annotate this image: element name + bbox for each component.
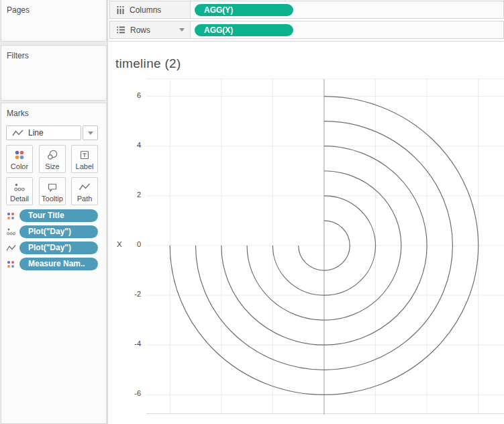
field-pill-plot-day-path[interactable]: Plot("Day"): [19, 242, 98, 254]
size-icon: [46, 149, 58, 161]
size-button[interactable]: Size: [39, 145, 66, 173]
label-icon: [79, 149, 91, 161]
field-pill-tour-title[interactable]: Tour Title: [19, 209, 98, 222]
marks-pill-row: Tour Title: [4, 209, 105, 222]
columns-shelf[interactable]: Columns AGG(Y): [109, 1, 504, 19]
field-pill-measure-names[interactable]: Measure Nam..: [19, 258, 98, 270]
tooltip-icon: [46, 181, 58, 193]
line-mark-icon: [12, 129, 23, 137]
gridlines: [146, 79, 504, 415]
columns-shelf-body[interactable]: AGG(Y): [191, 1, 503, 18]
detail-icon: [13, 181, 26, 193]
rows-icon: [116, 25, 125, 34]
path-button[interactable]: Path: [71, 177, 98, 205]
marks-pill-row: Plot("Day"): [4, 225, 105, 238]
label-button[interactable]: Label: [71, 145, 98, 173]
size-button-label: Size: [45, 162, 59, 170]
chart-pane[interactable]: [146, 78, 504, 414]
chevron-down-icon: [88, 131, 93, 135]
mark-type-dropdown[interactable]: Line: [6, 125, 81, 140]
color-icon: [4, 209, 17, 222]
columns-shelf-label: Columns: [110, 1, 191, 18]
y-tick-label: -2: [114, 290, 141, 298]
tooltip-button-label: Tooltip: [42, 195, 63, 203]
columns-shelf-text: Columns: [130, 5, 161, 15]
tableau-workspace: Pages Filters Marks Line: [0, 0, 504, 424]
filters-shelf[interactable]: Filters: [1, 45, 107, 101]
y-axis[interactable]: 6420-2-4-6: [109, 78, 142, 414]
y-axis-title[interactable]: X: [117, 240, 122, 248]
marks-pill-row: Measure Nam..: [4, 258, 105, 270]
filters-title: Filters: [1, 46, 106, 60]
y-tick-label: 2: [114, 191, 141, 199]
rows-shelf-text: Rows: [130, 25, 150, 35]
rows-shelf-label: Rows: [110, 21, 191, 38]
shelves-area: Columns AGG(Y) Rows AGG(X): [109, 0, 504, 42]
path-button-label: Path: [77, 195, 93, 203]
rows-shelf-body[interactable]: AGG(X): [191, 21, 503, 38]
rows-shelf[interactable]: Rows AGG(X): [109, 21, 504, 39]
marks-title: Marks: [1, 103, 106, 118]
field-pill-agg-y[interactable]: AGG(Y): [195, 4, 293, 16]
color-icon: [4, 258, 17, 270]
detail-button-label: Detail: [10, 195, 29, 203]
tooltip-button[interactable]: Tooltip: [39, 177, 66, 205]
detail-button[interactable]: Detail: [6, 177, 33, 205]
color-button-label: Color: [11, 162, 28, 170]
mark-type-value: Line: [28, 128, 44, 138]
path-icon: [79, 181, 91, 193]
mark-type-dropdown-arrow[interactable]: [83, 125, 98, 140]
pages-shelf[interactable]: Pages: [1, 0, 107, 42]
detail-icon: [4, 225, 17, 238]
sheet-title: timeline (2): [115, 56, 181, 71]
y-tick-label: -4: [114, 339, 141, 348]
chevron-down-icon[interactable]: [179, 28, 185, 32]
y-tick-label: 4: [114, 141, 141, 149]
marks-card: Marks Line Color: [1, 103, 107, 424]
columns-icon: [116, 5, 125, 15]
field-pill-plot-day-detail[interactable]: Plot("Day"): [19, 225, 98, 238]
color-button[interactable]: Color: [6, 145, 33, 173]
path-icon: [4, 242, 17, 254]
y-tick-label: -6: [114, 389, 141, 397]
marks-pill-row: Plot("Day"): [4, 242, 105, 254]
y-tick-label: 6: [114, 91, 141, 99]
field-pill-agg-x[interactable]: AGG(X): [195, 24, 293, 36]
chart-canvas[interactable]: [146, 79, 504, 415]
color-icon: [13, 149, 26, 161]
label-button-label: Label: [76, 162, 94, 170]
pages-title: Pages: [1, 0, 106, 15]
left-panel: Pages Filters Marks Line: [0, 0, 108, 424]
worksheet-view: timeline (2) 6420-2-4-6 X: [109, 42, 504, 424]
